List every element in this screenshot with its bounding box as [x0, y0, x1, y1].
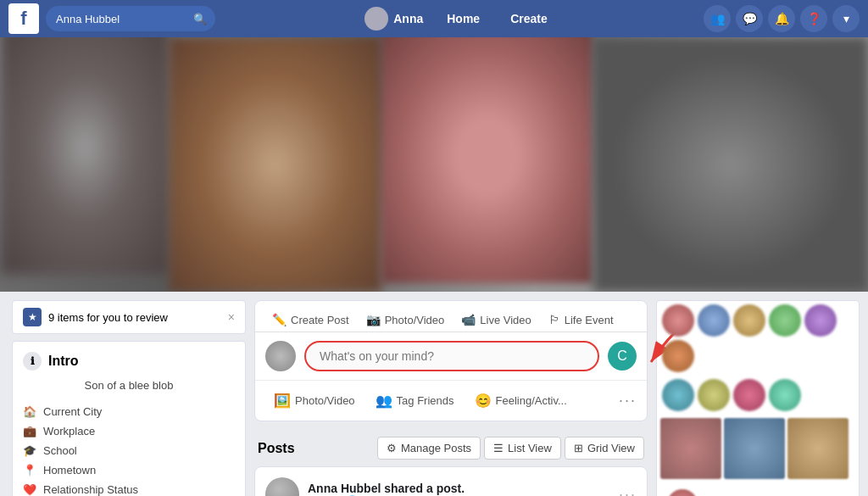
friend-avatar-9[interactable] — [733, 379, 765, 411]
live-video-tab[interactable]: 📹 Live Video — [454, 308, 537, 332]
city-icon: 🏠 — [23, 405, 36, 418]
intro-section: ℹ Intro Son of a blee blob 🏠 Current Cit… — [12, 341, 246, 496]
notifications-icon-btn[interactable]: 🔔 — [768, 5, 795, 32]
feed-post-author[interactable]: Anna Hubbel shared a post. — [308, 482, 610, 495]
nav-right: 👥 💬 🔔 ❓ ▾ — [704, 5, 860, 32]
nav-create-link[interactable]: Create — [504, 8, 554, 29]
nav-user-avatar — [364, 7, 388, 31]
life-event-tab[interactable]: 🏳 Life Event — [542, 308, 620, 332]
cover-blob-2 — [170, 37, 381, 292]
friend-avatar-7[interactable] — [662, 379, 694, 411]
intro-item-hometown[interactable]: 📍 Hometown — [23, 460, 235, 480]
hometown-icon: 📍 — [23, 464, 36, 476]
photo-icon: 📷 — [366, 313, 381, 326]
cover-blob-3 — [381, 37, 593, 283]
pencil-icon: ✏️ — [272, 313, 287, 326]
composer-tabs: ✏️ Create Post 📷 Photo/Video 📹 Live Vide… — [255, 301, 647, 332]
feed-post-avatar — [265, 477, 299, 496]
friend-avatar-4[interactable] — [769, 304, 801, 337]
composer-actions: 🖼️ Photo/Video 👥 Tag Friends 😊 Feeling/A… — [255, 380, 647, 421]
intro-item-workplace[interactable]: 💼 Workplace — [23, 421, 235, 441]
friend-avatar-3[interactable] — [733, 304, 765, 337]
facebook-logo[interactable]: f — [8, 3, 39, 34]
contact-blob-2[interactable] — [724, 418, 785, 479]
search-icon: 🔍 — [193, 13, 207, 25]
review-banner-text: 9 items for you to review — [48, 311, 168, 324]
grid-view-button[interactable]: ⊞ Grid View — [565, 437, 644, 460]
composer-more-button[interactable]: ··· — [619, 392, 637, 410]
right-sidebar: 🔍 ⚙ 📹 ✏ — [656, 300, 868, 496]
photo-video-action[interactable]: 🖼️ Photo/Video — [265, 387, 364, 414]
friend-avatar-2[interactable] — [698, 304, 730, 337]
help-icon-btn[interactable]: ❓ — [800, 5, 827, 32]
posts-view-buttons: ⚙ Manage Posts ☰ List View ⊞ Grid View — [377, 437, 644, 460]
intro-school-label: School — [43, 444, 77, 457]
review-close-button[interactable]: × — [228, 310, 235, 324]
workplace-icon: 💼 — [23, 425, 36, 437]
left-sidebar: ★ 9 items for you to review × ℹ Intro So… — [0, 300, 246, 496]
composer-emoji-button[interactable]: C — [608, 342, 637, 371]
star-icon: ★ — [23, 308, 42, 326]
nav-search-input[interactable] — [46, 6, 215, 31]
friends-icon-btn[interactable]: 👥 — [704, 5, 731, 32]
feed-post: Anna Hubbel shared a post. 19 hrs · 🌐 ▾ … — [254, 466, 648, 496]
nav-home-link[interactable]: Home — [440, 8, 487, 29]
feed-post-more-button[interactable]: ··· — [619, 486, 637, 497]
intro-bio: Son of a blee blob — [23, 379, 235, 392]
friend-avatar-8[interactable] — [698, 379, 730, 411]
contact-blob-3[interactable] — [787, 418, 849, 479]
friend-avatar-1[interactable] — [662, 304, 694, 337]
cover-blur — [0, 37, 868, 292]
posts-header: Posts ⚙ Manage Posts ☰ List View ⊞ Grid … — [254, 430, 648, 466]
main-content: ★ 9 items for you to review × ℹ Intro So… — [0, 292, 868, 496]
whats-on-your-mind-input[interactable] — [304, 341, 599, 371]
manage-posts-button[interactable]: ⚙ Manage Posts — [377, 437, 481, 460]
tag-friends-action[interactable]: 👥 Tag Friends — [367, 387, 463, 414]
contact-row-1 — [657, 482, 859, 496]
grid-icon: ⊞ — [574, 442, 583, 454]
flag-icon: 🏳 — [548, 313, 560, 326]
image-icon: 🖼️ — [274, 393, 291, 409]
friend-avatar-6[interactable] — [662, 340, 694, 372]
tag-icon: 👥 — [376, 393, 392, 409]
list-view-button[interactable]: ☰ List View — [484, 437, 561, 460]
nav-center: Anna Home Create — [215, 7, 704, 31]
intro-icon: ℹ — [23, 352, 42, 371]
contact-blob-1[interactable] — [660, 418, 721, 479]
nav-user-name: Anna — [393, 12, 423, 25]
contact-blobs — [657, 415, 859, 482]
intro-item-relationship[interactable]: ❤️ Relationship Status — [23, 480, 235, 496]
friend-avatar-10[interactable] — [769, 379, 801, 411]
intro-workplace-label: Workplace — [43, 425, 95, 437]
posts-section-title: Posts — [258, 441, 295, 456]
intro-hometown-label: Hometown — [43, 464, 96, 476]
feed-post-header: Anna Hubbel shared a post. 19 hrs · 🌐 ▾ … — [255, 467, 647, 496]
center-feed: ✏️ Create Post 📷 Photo/Video 📹 Live Vide… — [246, 300, 656, 496]
chevron-down-icon-btn[interactable]: ▾ — [832, 5, 860, 32]
relationship-icon: ❤️ — [23, 483, 36, 496]
intro-relationship-label: Relationship Status — [43, 483, 138, 496]
friend-avatar-5[interactable] — [804, 304, 837, 337]
feeling-activity-action[interactable]: 😊 Feeling/Activ... — [466, 387, 576, 414]
composer-user-avatar — [265, 341, 296, 371]
review-banner-left: ★ 9 items for you to review — [23, 308, 168, 326]
school-icon: 🎓 — [23, 444, 36, 457]
friends-suggestions-row — [657, 301, 859, 376]
intro-current-city-label: Current City — [43, 405, 102, 418]
page-wrap: ★ 9 items for you to review × ℹ Intro So… — [0, 0, 868, 496]
right-contacts-section — [656, 300, 860, 496]
intro-item-school[interactable]: 🎓 School — [23, 441, 235, 460]
review-banner: ★ 9 items for you to review × — [12, 300, 246, 334]
messenger-icon-btn[interactable]: 💬 — [736, 5, 763, 32]
intro-item-city[interactable]: 🏠 Current City — [23, 402, 235, 421]
video-icon: 📹 — [461, 313, 476, 326]
nav-user[interactable]: Anna — [364, 7, 423, 31]
intro-title: ℹ Intro — [23, 352, 235, 371]
photo-video-tab[interactable]: 📷 Photo/Video — [359, 308, 452, 332]
composer-body: C — [255, 332, 647, 380]
list-icon: ☰ — [493, 442, 504, 454]
create-post-tab[interactable]: ✏️ Create Post — [265, 308, 356, 332]
friends-suggestions-row-2 — [657, 376, 859, 415]
contact-avatar-1[interactable] — [667, 489, 698, 496]
cover-blob-1 — [0, 37, 170, 275]
